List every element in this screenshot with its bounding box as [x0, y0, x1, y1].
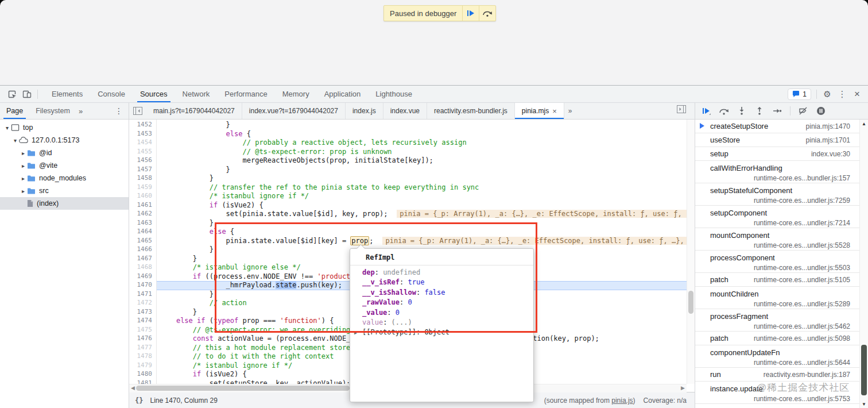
call-stack-frame[interactable]: mountChildrenruntime-core.es...undler.js…	[695, 287, 859, 309]
hide-navigator-icon[interactable]	[129, 107, 146, 115]
settings-gear-icon[interactable]: ⚙	[820, 87, 835, 101]
tree-item-top[interactable]: ▾top	[0, 121, 129, 134]
line-number[interactable]: 1476	[137, 334, 153, 344]
line-number[interactable]: 1479	[137, 361, 153, 371]
sidebar-scrollbar[interactable]: ▲ ▼	[859, 120, 868, 408]
tab-lighthouse[interactable]: Lighthouse	[368, 86, 420, 102]
step-button[interactable]	[772, 106, 782, 116]
object-property[interactable]: value: (...)	[350, 318, 533, 328]
code-line[interactable]: /* istanbul ignore else */	[160, 263, 301, 272]
pause-on-exceptions-button[interactable]	[816, 106, 826, 116]
code-line[interactable]: /* istanbul ignore if */	[160, 361, 292, 371]
navigator-tab-page[interactable]: Page	[0, 103, 29, 119]
navigator-menu-icon[interactable]: ⋮	[109, 106, 129, 116]
call-stack-frame[interactable]: runreactivity.esm-bundler.js:187	[695, 368, 859, 382]
issues-badge[interactable]: 1	[788, 88, 811, 100]
line-number[interactable]: 1461	[137, 201, 153, 210]
code-line[interactable]: }	[160, 245, 214, 255]
code-line[interactable]: pinia.state.value[$id][key] = prop;pinia…	[160, 237, 687, 246]
tree-item-@id[interactable]: ▸@id	[0, 147, 129, 159]
object-property[interactable]: dep: undefined	[350, 268, 533, 278]
line-number[interactable]: 1473	[137, 308, 153, 317]
line-number[interactable]: 1456	[137, 156, 153, 165]
line-number[interactable]: 1470	[137, 281, 153, 290]
sidebar-scroll-thumb[interactable]	[861, 345, 867, 395]
step-over-button[interactable]	[719, 106, 729, 116]
resume-script-button[interactable]	[463, 6, 479, 21]
code-line[interactable]: }	[160, 174, 214, 183]
object-property[interactable]: _rawValue: 0	[350, 298, 533, 308]
line-number[interactable]: 1463	[137, 219, 153, 228]
step-out-button[interactable]	[754, 106, 765, 116]
close-devtools-icon[interactable]: ×	[850, 87, 865, 101]
call-stack-frame[interactable]: useStorepinia.mjs:1701	[695, 133, 859, 147]
tab-sources[interactable]: Sources	[133, 86, 175, 102]
tree-item-index[interactable]: (index)	[0, 197, 129, 210]
navigator-tabs-overflow-icon[interactable]: »	[76, 107, 85, 116]
mapped-file-link[interactable]: pinia.js	[611, 397, 633, 405]
caret-right-icon[interactable]: ▸	[20, 163, 27, 169]
call-stack-frame[interactable]: createSetupStorepinia.mjs:1470	[695, 120, 859, 133]
device-toolbar-icon[interactable]	[20, 87, 34, 101]
call-stack-frame[interactable]: processFragmentruntime-core.es...undler.…	[695, 309, 859, 332]
line-number[interactable]: 1465	[137, 237, 153, 246]
tab-elements[interactable]: Elements	[44, 86, 90, 102]
file-tab-index.js[interactable]: index.js	[346, 103, 383, 119]
file-tabs-overflow-icon[interactable]: »	[564, 107, 576, 115]
tab-application[interactable]: Application	[317, 86, 369, 102]
line-number[interactable]: 1452	[137, 121, 153, 130]
call-stack-frame[interactable]: setupComponentruntime-core.es...undler.j…	[695, 206, 859, 228]
line-number[interactable]: 1469	[137, 272, 153, 282]
file-tab-index.vue[interactable]: index.vue	[383, 103, 427, 119]
line-number[interactable]: 1462	[137, 210, 153, 219]
call-stack-frame[interactable]: callWithErrorHandlingruntime-core.es...b…	[695, 161, 859, 183]
line-number[interactable]: 1477	[137, 344, 153, 353]
line-number[interactable]: 1454	[137, 138, 153, 148]
call-stack-frame[interactable]: mountComponentruntime-core.es...undler.j…	[695, 228, 859, 251]
line-number[interactable]: 1480	[137, 370, 153, 379]
pretty-print-icon[interactable]: {}	[135, 397, 143, 405]
code-line[interactable]: }	[160, 308, 197, 317]
line-number[interactable]: 1467	[137, 255, 153, 264]
object-property[interactable]: __v_isRef: true	[350, 278, 533, 288]
line-number[interactable]: 1459	[137, 183, 153, 193]
tab-console[interactable]: Console	[90, 86, 133, 102]
scroll-right-icon[interactable]: ▶	[681, 385, 685, 391]
code-line[interactable]: _hmrPayload.state.push(key);	[160, 281, 342, 290]
step-into-button[interactable]	[737, 106, 747, 116]
show-debugger-sidebar-icon[interactable]	[677, 105, 686, 116]
caret-right-icon[interactable]: ▸	[20, 188, 27, 194]
code-line[interactable]: else {	[160, 228, 234, 237]
line-number[interactable]: 1472	[137, 299, 153, 308]
object-property[interactable]: __v_isShallow: false	[350, 288, 533, 298]
file-tab-index.vue[interactable]: index.vue?t=1679044042027	[242, 103, 346, 119]
line-number[interactable]: 1460	[137, 192, 153, 201]
call-stack-frame[interactable]: componentUpdateFnruntime-core.es...undle…	[695, 345, 859, 368]
hovered-variable[interactable]: prop	[350, 236, 369, 245]
line-number[interactable]: 1455	[137, 148, 153, 157]
caret-right-icon[interactable]: ▸	[20, 175, 27, 182]
tree-item-@vite[interactable]: ▸@vite	[0, 159, 129, 172]
step-over-button[interactable]	[479, 6, 495, 21]
line-number[interactable]: 1466	[137, 245, 153, 255]
code-line[interactable]: }	[160, 255, 197, 264]
scroll-up-icon[interactable]: ▲	[860, 121, 868, 126]
code-line[interactable]: /* istanbul ignore if */	[160, 192, 309, 201]
code-line[interactable]: else if (typeof prop === 'function') {	[160, 317, 334, 326]
call-stack-frame[interactable]: setupindex.vue:30	[695, 147, 859, 161]
file-tab-main.js[interactable]: main.js?t=1679044042027	[146, 103, 242, 119]
tab-network[interactable]: Network	[175, 86, 218, 102]
navigator-tab-filesystem[interactable]: Filesystem	[29, 103, 76, 119]
caret-down-icon[interactable]: ▾	[11, 137, 19, 144]
line-number[interactable]: 1458	[137, 174, 153, 183]
tree-item-127.0.0.15173[interactable]: ▾127.0.0.1:5173	[0, 134, 129, 147]
inspect-element-icon[interactable]	[5, 87, 20, 101]
deactivate-breakpoints-button[interactable]	[798, 106, 808, 116]
line-number[interactable]: 1453	[137, 130, 153, 139]
editor-scrollbar[interactable]	[687, 120, 695, 384]
code-line[interactable]: set(pinia.state.value[$id], key, prop);p…	[160, 210, 687, 219]
caret-right-icon[interactable]: ▸	[20, 150, 27, 156]
call-stack-frame[interactable]: patchruntime-core.es...undler.js:5105	[695, 273, 859, 287]
code-line[interactable]: }	[160, 165, 230, 175]
call-stack-frame[interactable]: setupStatefulComponentruntime-core.es...…	[695, 183, 859, 206]
